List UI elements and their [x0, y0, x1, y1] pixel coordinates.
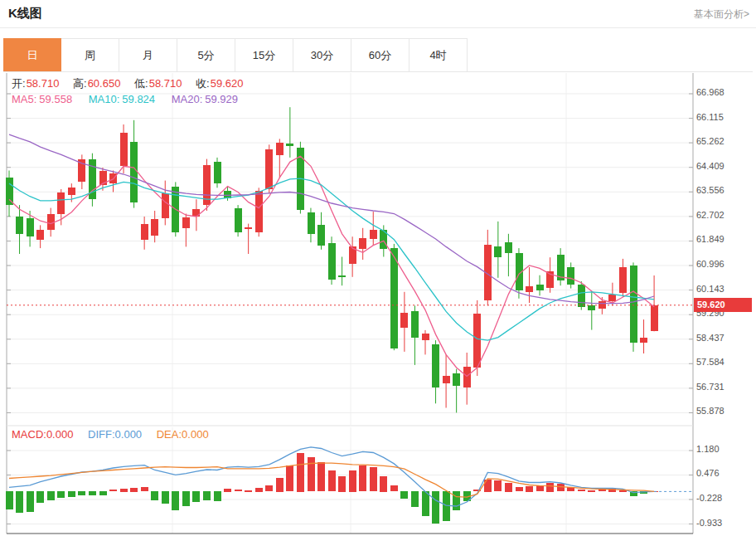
- axis-tick-label: 66.968: [696, 87, 754, 97]
- diff-value: DIFF:0.000: [88, 428, 142, 441]
- axis-tick-label: 55.878: [696, 406, 754, 416]
- current-price-badge: 59.620: [694, 298, 752, 312]
- ma5-readout: MA5:59.558: [12, 93, 72, 105]
- close-label: 收:: [196, 77, 210, 90]
- axis-tick-label: 60.996: [696, 259, 754, 269]
- axis-tick-label: 62.702: [696, 210, 754, 220]
- ohlc-readout: 开:58.710 高:60.650 低:58.710 收:59.620: [12, 76, 254, 91]
- axis-tick-label: 65.262: [696, 136, 754, 146]
- axis-tick-label: -0.933: [696, 518, 754, 528]
- ma20-readout: MA20:59.929: [172, 93, 238, 105]
- axis-tick-label: 64.409: [696, 161, 754, 171]
- high-label: 高:: [73, 77, 87, 90]
- axis-tick-label: 58.437: [696, 333, 754, 343]
- axis-tick-label: 61.849: [696, 234, 754, 244]
- axis-tick-label: 66.115: [696, 112, 754, 122]
- open-label: 开:: [12, 77, 26, 90]
- high-value: 60.650: [88, 77, 121, 90]
- dea-value: DEA:0.000: [157, 428, 209, 441]
- ma-readout: MA5:59.558 MA10:59.824 MA20:59.929: [12, 93, 251, 105]
- low-label: 低:: [134, 77, 148, 90]
- kline-page: { "header": { "title": "K线图", "link": "基…: [0, 0, 756, 536]
- macd-readout: MACD:0.000 DIFF:0.000 DEA:0.000: [12, 428, 209, 441]
- axis-tick-label: 63.556: [696, 185, 754, 195]
- macd-value: MACD:0.000: [12, 428, 73, 441]
- close-value: 59.620: [211, 77, 244, 90]
- ma10-readout: MA10:59.824: [89, 93, 155, 105]
- axis-tick-label: 0.476: [696, 468, 754, 478]
- axis-tick-label: 60.143: [696, 284, 754, 294]
- axis-tick-label: 56.731: [696, 382, 754, 392]
- axis-tick-label: 57.584: [696, 357, 754, 367]
- low-value: 58.710: [149, 77, 182, 90]
- axis-tick-label: 1.180: [696, 444, 754, 454]
- open-value: 58.710: [27, 77, 60, 90]
- axis-tick-label: -0.228: [696, 493, 754, 503]
